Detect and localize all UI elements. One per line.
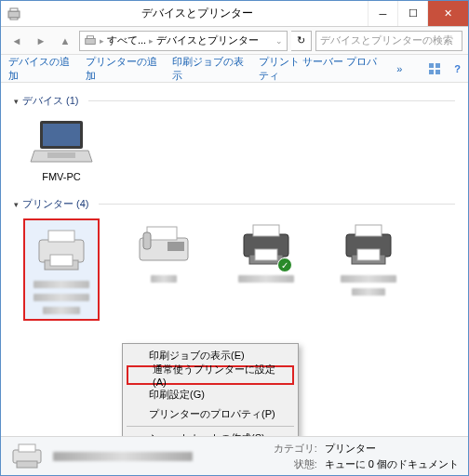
devices-printers-icon <box>84 34 97 47</box>
printer-item-2-fax[interactable] <box>126 218 202 321</box>
svg-rect-17 <box>147 227 177 240</box>
cmd-view-jobs[interactable]: 印刷ジョブの表示 <box>172 55 246 83</box>
cmd-add-printer[interactable]: プリンターの追加 <box>86 55 159 83</box>
device-item-laptop[interactable]: FMV-PC <box>23 115 100 182</box>
window-title: デバイスとプリンター <box>27 6 368 21</box>
svg-rect-0 <box>8 11 20 18</box>
laptop-icon <box>28 115 95 167</box>
printer-label <box>352 288 385 296</box>
search-input[interactable]: デバイスとプリンターの検索 <box>315 31 462 51</box>
context-menu: 印刷ジョブの表示(E) 通常使うプリンターに設定(A) 印刷設定(G) プリンタ… <box>122 343 299 436</box>
printer-item-3-default[interactable]: ✓ <box>228 218 304 321</box>
svg-rect-4 <box>87 35 94 38</box>
svg-rect-13 <box>48 231 74 242</box>
group-label: デバイス (1) <box>22 94 79 108</box>
nav-forward-button[interactable]: ► <box>31 31 51 51</box>
cmd-more[interactable]: » <box>396 63 402 74</box>
printer-item-1[interactable] <box>23 218 100 321</box>
svg-rect-21 <box>253 225 279 236</box>
device-label: FMV-PC <box>42 171 81 182</box>
address-bar: ◄ ► ▲ ▸ すべて... ▸ デバイスとプリンター ⌄ ↻ デバイスとプリン… <box>1 27 468 55</box>
nav-up-button[interactable]: ▲ <box>55 31 75 51</box>
window-buttons: ─ ☐ ✕ <box>368 1 468 26</box>
devices-printers-icon <box>7 7 21 21</box>
breadcrumb-sep: ▸ <box>100 36 104 46</box>
svg-rect-8 <box>436 70 440 74</box>
svg-rect-25 <box>355 225 382 236</box>
collapse-icon: ▾ <box>14 200 19 209</box>
breadcrumb-seg1[interactable]: すべて... <box>107 33 146 47</box>
status-info: カテゴリ: プリンター 状態: キューに 0 個のドキュメント <box>274 442 459 471</box>
svg-rect-3 <box>86 38 96 44</box>
status-state-val: キューに 0 個のドキュメント <box>325 457 459 471</box>
command-bar: デバイスの追加 プリンターの追加 印刷ジョブの表示 プリント サーバー プロパテ… <box>1 55 468 83</box>
content-area: ▾ デバイス (1) FMV-PC ▾ プリンター (4) <box>1 83 468 436</box>
svg-rect-10 <box>43 124 80 146</box>
cmd-add-device[interactable]: デバイスの追加 <box>8 55 73 83</box>
group-header-devices[interactable]: ▾ デバイス (1) <box>14 94 455 108</box>
status-state-key: 状態: <box>274 457 317 471</box>
svg-rect-7 <box>429 70 434 74</box>
group-label: プリンター (4) <box>22 197 89 211</box>
menu-set-default[interactable]: 通常使うプリンターに設定(A) <box>127 365 294 385</box>
cmd-server-props[interactable]: プリント サーバー プロパティ <box>259 55 383 83</box>
printer-icon <box>28 224 95 276</box>
close-button[interactable]: ✕ <box>427 1 468 26</box>
printer-item-4[interactable] <box>330 218 407 321</box>
printer-label <box>43 307 80 314</box>
svg-rect-2 <box>10 18 18 20</box>
svg-rect-18 <box>143 232 151 249</box>
breadcrumb-dropdown-icon[interactable]: ⌄ <box>275 36 283 46</box>
menu-create-shortcut[interactable]: ショートカットの作成(S) <box>125 429 296 436</box>
default-check-icon: ✓ <box>277 258 292 272</box>
printer-label <box>34 294 89 301</box>
printer-icon <box>335 218 402 271</box>
fax-icon <box>130 218 197 271</box>
svg-rect-27 <box>357 249 380 260</box>
svg-rect-30 <box>17 461 37 468</box>
svg-rect-23 <box>255 249 277 260</box>
status-category-key: カテゴリ: <box>274 442 317 456</box>
titlebar: デバイスとプリンター ─ ☐ ✕ <box>1 1 468 27</box>
status-category-val: プリンター <box>325 442 459 456</box>
collapse-icon: ▾ <box>14 97 19 106</box>
status-bar: カテゴリ: プリンター 状態: キューに 0 個のドキュメント <box>1 436 468 475</box>
svg-rect-6 <box>436 63 440 68</box>
address-box[interactable]: ▸ すべて... ▸ デバイスとプリンター ⌄ <box>79 31 288 51</box>
breadcrumb-seg2[interactable]: デバイスとプリンター <box>156 33 259 47</box>
nav-back-button[interactable]: ◄ <box>7 31 27 51</box>
status-thumbnail-icon <box>10 443 44 470</box>
svg-rect-11 <box>47 152 75 158</box>
group-header-printers[interactable]: ▾ プリンター (4) <box>14 197 455 211</box>
menu-separator <box>127 426 294 427</box>
printer-label <box>34 281 89 288</box>
breadcrumb-sep: ▸ <box>149 36 154 46</box>
view-options-icon[interactable] <box>428 62 441 75</box>
svg-rect-29 <box>19 444 35 452</box>
status-device-name <box>53 452 193 461</box>
refresh-button[interactable]: ↻ <box>291 31 312 51</box>
svg-rect-15 <box>50 255 73 266</box>
minimize-button[interactable]: ─ <box>368 1 397 26</box>
menu-print-prefs[interactable]: 印刷設定(G) <box>125 385 296 404</box>
svg-rect-1 <box>10 8 18 11</box>
svg-rect-5 <box>429 63 434 68</box>
menu-printer-props[interactable]: プリンターのプロパティ(P) <box>125 404 296 424</box>
printer-label <box>238 275 294 283</box>
printer-icon: ✓ <box>233 218 300 271</box>
svg-rect-19 <box>168 242 184 251</box>
help-icon[interactable]: ? <box>454 63 461 74</box>
printer-label <box>341 275 396 283</box>
maximize-button[interactable]: ☐ <box>397 1 427 26</box>
printer-label <box>151 275 177 283</box>
